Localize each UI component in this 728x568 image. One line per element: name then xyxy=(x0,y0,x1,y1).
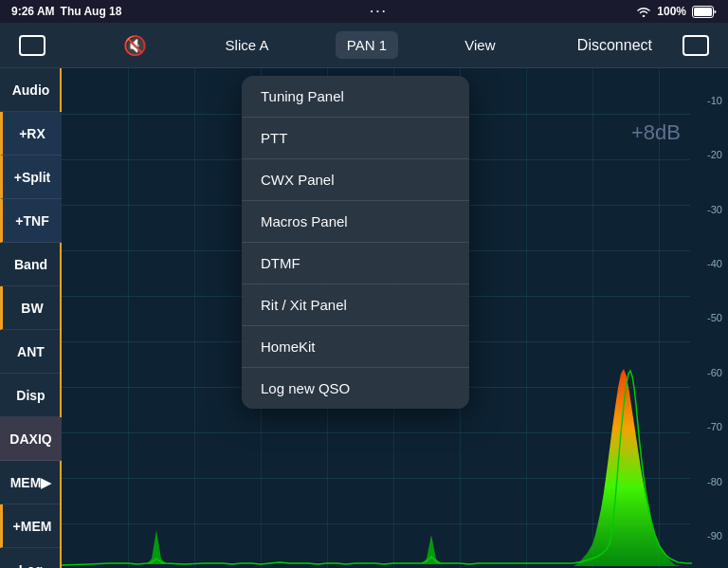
sidebar-item-rx[interactable]: +RX xyxy=(0,112,62,156)
menu-item-tuning-panel[interactable]: Tuning Panel xyxy=(242,76,469,118)
disconnect-label: Disconnect xyxy=(577,37,652,53)
db-labels: -10 -20 -30 -40 -50 -60 -70 -80 -90 xyxy=(692,68,728,568)
sidebar-item-mem-plus[interactable]: +MEM xyxy=(0,504,62,548)
sidebar-left-icon xyxy=(19,35,46,56)
content-area: +8dB xyxy=(62,68,728,568)
svg-marker-5 xyxy=(573,369,692,566)
disconnect-button[interactable]: Disconnect xyxy=(562,31,667,60)
db-label-30: -30 xyxy=(694,204,726,215)
sidebar-mem-plus-label: +MEM xyxy=(13,519,52,534)
sidebar: Audio +RX +Split +TNF Band BW ANT Disp D… xyxy=(0,68,62,568)
sidebar-split-label: +Split xyxy=(14,170,51,185)
status-time: 9:26 AM xyxy=(11,5,55,18)
db-label-40: -40 xyxy=(694,258,726,269)
sidebar-item-ant[interactable]: ANT xyxy=(0,330,62,374)
menu-item-ptt[interactable]: PTT xyxy=(242,118,469,159)
status-day: Thu Aug 18 xyxy=(61,5,122,18)
db-label-60: -60 xyxy=(694,367,726,378)
main-area: Audio +RX +Split +TNF Band BW ANT Disp D… xyxy=(0,68,728,568)
menu-item-macros-panel[interactable]: Macros Panel xyxy=(242,201,469,243)
gain-marker: +8dB xyxy=(631,120,681,145)
pan1-label: PAN 1 xyxy=(347,37,387,53)
sidebar-daxiq-label: DAXIQ xyxy=(9,431,51,447)
db-label-50: -50 xyxy=(694,312,726,323)
menu-item-cwx-panel[interactable]: CWX Panel xyxy=(242,159,469,201)
wifi-icon xyxy=(636,6,651,17)
svg-rect-1 xyxy=(694,8,712,16)
battery-percent: 100% xyxy=(657,5,686,18)
sidebar-log-label: Log xyxy=(19,562,44,569)
menu-item-rit-xit-panel[interactable]: Rit / Xit Panel xyxy=(242,284,469,326)
sidebar-item-log[interactable]: Log xyxy=(0,548,62,568)
view-button[interactable]: View xyxy=(453,31,506,59)
sidebar-bw-label: BW xyxy=(21,301,43,316)
db-label-90: -90 xyxy=(694,530,726,541)
sidebar-item-band[interactable]: Band xyxy=(0,243,62,286)
sidebar-band-label: Band xyxy=(14,257,47,272)
dropdown-menu: Tuning Panel PTT CWX Panel Macros Panel … xyxy=(242,76,469,409)
status-left: 9:26 AM Thu Aug 18 xyxy=(11,5,121,18)
menu-item-dtmf[interactable]: DTMF xyxy=(242,243,469,284)
mute-button[interactable]: 🔇 xyxy=(112,28,158,63)
toolbar: 🔇 Slice A PAN 1 View Disconnect xyxy=(0,23,728,68)
sidebar-rx-label: +RX xyxy=(19,126,46,141)
menu-item-log-new-qso[interactable]: Log new QSO xyxy=(242,368,469,409)
sidebar-disp-label: Disp xyxy=(16,388,45,403)
status-ellipsis: ··· xyxy=(370,5,388,18)
status-right: 100% xyxy=(636,5,717,18)
sidebar-audio-label: Audio xyxy=(12,82,50,98)
mute-icon: 🔇 xyxy=(123,34,147,57)
sidebar-item-disp[interactable]: Disp xyxy=(0,374,62,417)
sidebar-item-tnf[interactable]: +TNF xyxy=(0,199,62,243)
sidebar-right-icon xyxy=(682,35,709,56)
sidebar-left-button[interactable] xyxy=(8,29,57,62)
sidebar-ant-label: ANT xyxy=(17,344,45,359)
db-label-70: -70 xyxy=(694,421,726,432)
battery-icon xyxy=(692,6,717,18)
db-label-20: -20 xyxy=(694,149,726,160)
sidebar-mem-arrow-label: MEM▶ xyxy=(10,475,52,490)
sidebar-item-bw[interactable]: BW xyxy=(0,286,62,330)
view-label: View xyxy=(464,37,495,53)
db-label-10: -10 xyxy=(694,95,726,106)
svg-marker-4 xyxy=(422,535,441,564)
sidebar-item-audio[interactable]: Audio xyxy=(0,68,62,112)
menu-item-homekit[interactable]: HomeKit xyxy=(242,326,469,368)
status-center: ··· xyxy=(370,5,388,18)
slice-a-button[interactable]: Slice A xyxy=(214,31,281,59)
status-bar: 9:26 AM Thu Aug 18 ··· 100% xyxy=(0,0,728,23)
slice-label: Slice A xyxy=(226,37,269,53)
sidebar-item-mem-arrow[interactable]: MEM▶ xyxy=(0,461,62,504)
pan1-button[interactable]: PAN 1 xyxy=(336,31,398,59)
sidebar-right-button[interactable] xyxy=(671,29,720,62)
sidebar-item-daxiq[interactable]: DAXIQ xyxy=(0,417,62,461)
sidebar-item-split[interactable]: +Split xyxy=(0,156,62,199)
db-label-80: -80 xyxy=(694,476,726,487)
toolbar-right: Disconnect xyxy=(562,29,720,62)
sidebar-tnf-label: +TNF xyxy=(15,213,48,229)
